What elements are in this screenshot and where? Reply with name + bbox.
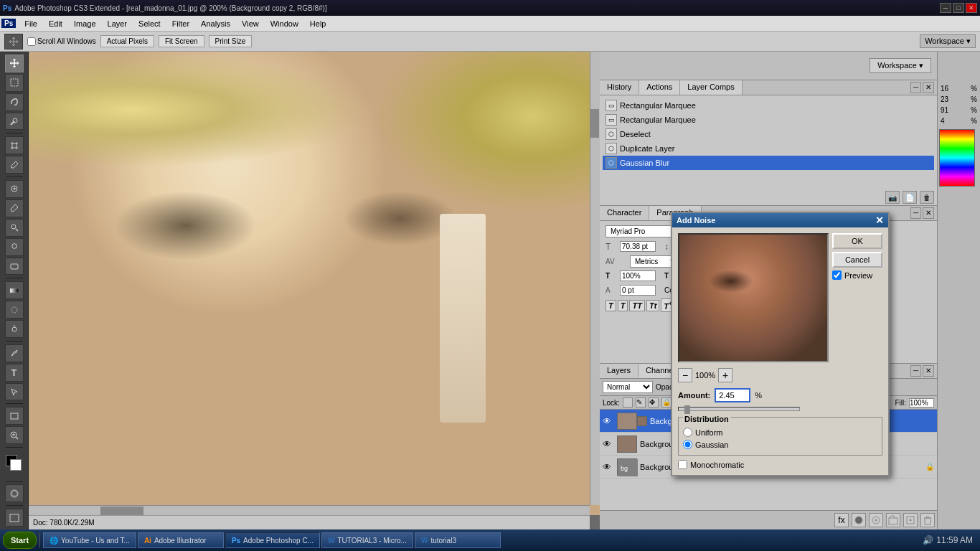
baseline-input[interactable] bbox=[620, 285, 656, 296]
eyedropper-tool[interactable] bbox=[5, 156, 24, 174]
v-scrollbar-thumb[interactable] bbox=[590, 109, 599, 138]
allcaps-button[interactable]: TT bbox=[629, 300, 644, 311]
actual-pixels-button[interactable]: Actual Pixels bbox=[100, 35, 154, 47]
scroll-all-input[interactable] bbox=[27, 37, 36, 46]
menu-image[interactable]: Image bbox=[68, 18, 102, 29]
rectangle-marquee-tool[interactable] bbox=[5, 74, 24, 92]
move-tool[interactable] bbox=[5, 55, 24, 72]
taskbar-item-photoshop[interactable]: Ps Adobe Photoshop C... bbox=[225, 532, 320, 548]
layer-visibility[interactable]: 👁 bbox=[603, 439, 614, 449]
layer-mask-btn[interactable] bbox=[852, 513, 866, 527]
color-gradient-picker[interactable] bbox=[939, 129, 975, 187]
layers-close-btn[interactable]: ✕ bbox=[923, 365, 934, 377]
blend-mode-select[interactable]: Normal bbox=[603, 381, 653, 393]
print-size-button[interactable]: Print Size bbox=[209, 35, 253, 47]
taskbar-item-illustrator[interactable]: Ai Adobe Illustrator bbox=[138, 532, 224, 548]
dodge-tool[interactable] bbox=[5, 320, 24, 338]
quick-mask-toggle[interactable] bbox=[5, 484, 24, 502]
layer-group-btn[interactable] bbox=[886, 513, 900, 527]
lock-all-btn[interactable]: 🔒 bbox=[661, 397, 672, 408]
menu-select[interactable]: Select bbox=[133, 18, 166, 29]
taskbar-item-word1[interactable]: W TUTORIAL3 - Micro... bbox=[321, 532, 413, 548]
history-delete-btn[interactable]: 🗑 bbox=[920, 191, 934, 204]
history-snapshot-btn[interactable]: 📷 bbox=[885, 191, 900, 204]
tab-history[interactable]: History bbox=[600, 80, 639, 95]
layer-new-btn[interactable] bbox=[903, 513, 918, 527]
taskbar-item-word2[interactable]: W tutorial3 bbox=[415, 532, 501, 548]
brush-tool[interactable] bbox=[5, 199, 24, 217]
menu-edit[interactable]: Edit bbox=[43, 18, 68, 29]
tool-options-icon[interactable] bbox=[4, 34, 23, 50]
char-minimize-btn[interactable]: ─ bbox=[910, 207, 921, 219]
layer-visibility-active[interactable]: 👁 bbox=[603, 416, 614, 426]
screen-mode-toggle[interactable] bbox=[5, 509, 24, 527]
type-tool[interactable]: T bbox=[5, 364, 24, 382]
italic-button[interactable]: T bbox=[618, 300, 628, 311]
menu-layer[interactable]: Layer bbox=[102, 18, 133, 29]
blur-tool[interactable] bbox=[5, 301, 24, 319]
layer-fx-btn[interactable]: fx bbox=[834, 513, 849, 527]
font-size-input[interactable] bbox=[620, 241, 656, 252]
rectangle-shape-tool[interactable] bbox=[5, 407, 24, 425]
fit-screen-button[interactable]: Fit Screen bbox=[159, 35, 204, 47]
background-color[interactable] bbox=[10, 459, 22, 471]
history-minimize-btn[interactable]: ─ bbox=[910, 82, 921, 93]
scale-h-input[interactable] bbox=[620, 270, 656, 281]
lock-transparent-btn[interactable] bbox=[623, 397, 633, 408]
pen-tool[interactable] bbox=[5, 344, 24, 362]
scroll-all-checkbox[interactable]: Scroll All Windows bbox=[27, 37, 96, 46]
lock-move-btn[interactable]: ✥ bbox=[649, 397, 659, 408]
vertical-scrollbar[interactable] bbox=[590, 52, 600, 505]
history-item[interactable]: ▭ Rectangular Marquee bbox=[603, 113, 934, 127]
dialog-close-btn[interactable]: ✕ bbox=[875, 215, 884, 225]
zoom-out-btn[interactable]: − bbox=[678, 368, 692, 382]
path-selection-tool[interactable] bbox=[5, 383, 24, 401]
h-scrollbar-thumb[interactable] bbox=[100, 507, 143, 515]
eraser-tool[interactable] bbox=[5, 258, 24, 276]
gaussian-radio[interactable] bbox=[683, 440, 692, 449]
zoom-in-btn[interactable]: + bbox=[718, 368, 732, 382]
layer-delete-btn[interactable] bbox=[920, 513, 935, 527]
tab-character[interactable]: Character bbox=[600, 206, 649, 220]
amount-slider-thumb[interactable] bbox=[684, 405, 690, 414]
menu-filter[interactable]: Filter bbox=[166, 18, 195, 29]
amount-slider[interactable] bbox=[678, 407, 800, 411]
preview-checkbox[interactable] bbox=[832, 270, 842, 280]
history-item-active[interactable]: ⬡ Gaussian Blur bbox=[603, 156, 934, 170]
lock-pixels-btn[interactable]: ✎ bbox=[636, 397, 646, 408]
lasso-tool[interactable] bbox=[5, 93, 24, 111]
uniform-radio[interactable] bbox=[683, 428, 692, 437]
maximize-button[interactable]: □ bbox=[953, 3, 964, 13]
layer-visibility[interactable]: 👁 bbox=[603, 462, 614, 472]
color-picker[interactable] bbox=[3, 453, 26, 475]
tab-layer-comps[interactable]: Layer Comps bbox=[680, 80, 742, 95]
crop-tool[interactable] bbox=[5, 136, 24, 154]
workspace-selector[interactable]: Workspace ▾ bbox=[920, 34, 976, 48]
history-item[interactable]: ⬡ Duplicate Layer bbox=[603, 141, 934, 156]
minimize-button[interactable]: ─ bbox=[940, 3, 951, 13]
zoom-tool[interactable] bbox=[5, 426, 24, 444]
tab-layers[interactable]: Layers bbox=[600, 364, 639, 378]
history-item[interactable]: ▭ Rectangular Marquee bbox=[603, 98, 934, 113]
history-item[interactable]: ⬡ Deselect bbox=[603, 127, 934, 141]
ok-button[interactable]: OK bbox=[832, 233, 882, 249]
cancel-button[interactable]: Cancel bbox=[832, 252, 882, 268]
menu-analysis[interactable]: Analysis bbox=[195, 18, 236, 29]
workspace-button[interactable]: Workspace ▾ bbox=[870, 58, 931, 73]
smallcaps-button[interactable]: Tt bbox=[646, 300, 659, 311]
fill-input[interactable] bbox=[909, 398, 934, 408]
clone-stamp-tool[interactable] bbox=[5, 219, 24, 237]
monochromatic-checkbox[interactable] bbox=[678, 460, 687, 469]
healing-brush-tool[interactable] bbox=[5, 180, 24, 198]
char-close-btn[interactable]: ✕ bbox=[923, 207, 934, 219]
menu-file[interactable]: File bbox=[19, 18, 43, 29]
history-brush-tool[interactable] bbox=[5, 238, 24, 256]
close-button[interactable]: ✕ bbox=[966, 3, 977, 13]
magic-wand-tool[interactable] bbox=[5, 113, 24, 131]
bold-button[interactable]: T bbox=[606, 300, 616, 311]
menu-help[interactable]: Help bbox=[304, 18, 332, 29]
start-button[interactable]: Start bbox=[3, 532, 37, 549]
horizontal-scrollbar[interactable] bbox=[29, 505, 590, 515]
menu-view[interactable]: View bbox=[236, 18, 265, 29]
taskbar-item-youtube[interactable]: 🌐 YouTube - Us and T... bbox=[43, 532, 136, 548]
